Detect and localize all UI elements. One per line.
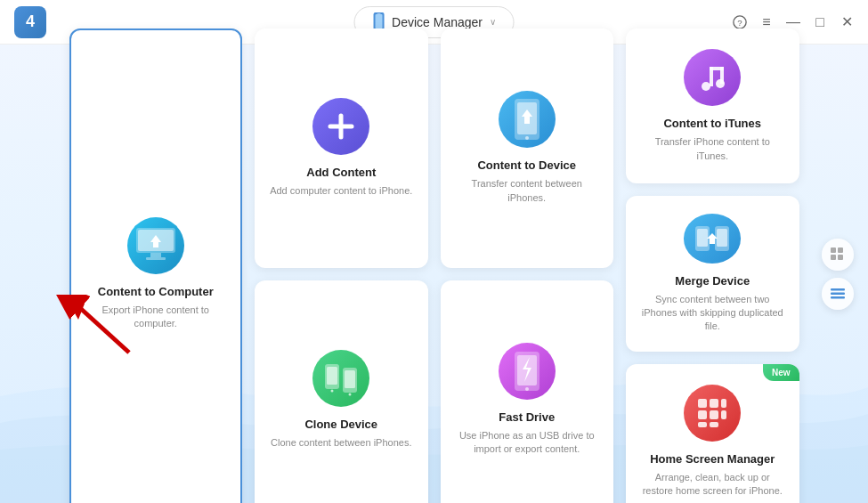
clone-icon [312, 350, 369, 407]
svg-point-30 [702, 82, 710, 91]
svg-point-25 [349, 393, 352, 395]
new-badge: New [763, 364, 799, 381]
card-title: Content to iTunes [663, 117, 761, 130]
svg-rect-3 [377, 13, 380, 14]
card-title: Add Content [306, 166, 376, 179]
card-clone-device[interactable]: Clone DeviceClone content between iPhone… [255, 280, 428, 504]
col4-container: Content to iTunesTransfer iPhone content… [626, 28, 799, 503]
svg-rect-53 [831, 292, 845, 295]
svg-rect-48 [831, 247, 836, 253]
card-title: Home Screen Manager [650, 452, 775, 466]
card-title: Merge Device [675, 274, 750, 288]
menu-button[interactable]: ≡ [759, 15, 774, 29]
computer-icon [127, 217, 184, 274]
card-desc: Use iPhone as an USB drive to import or … [455, 429, 600, 457]
svg-point-19 [525, 136, 529, 140]
card-desc: Arrange, clean, back up or restore home … [640, 471, 785, 499]
grid-view-button[interactable] [822, 239, 854, 271]
help-button[interactable]: ? [733, 15, 747, 29]
minimize-button[interactable]: — [786, 15, 800, 29]
svg-rect-50 [831, 255, 836, 260]
svg-rect-44 [710, 410, 718, 419]
card-home-screen-manager[interactable]: New Home Screen ManagerArrange, clean, b… [626, 364, 799, 503]
card-desc: Transfer iPhone content to iTunes. [640, 135, 785, 163]
svg-rect-11 [150, 253, 161, 257]
svg-rect-54 [831, 296, 845, 299]
fast-icon [499, 343, 556, 400]
card-desc: Clone content between iPhones. [271, 436, 411, 450]
svg-rect-38 [717, 229, 727, 247]
svg-rect-23 [345, 370, 355, 388]
close-button[interactable]: ✕ [840, 15, 854, 29]
card-content-to-itunes[interactable]: Content to iTunesTransfer iPhone content… [626, 28, 799, 183]
svg-rect-27 [517, 355, 537, 385]
svg-rect-1 [375, 14, 382, 28]
svg-rect-41 [710, 399, 718, 408]
sidebar-right [822, 239, 854, 310]
app-logo: 4 [14, 6, 46, 38]
svg-text:?: ? [737, 17, 742, 27]
svg-rect-43 [698, 410, 707, 419]
titlebar-controls: ? ≡ — □ ✕ [733, 15, 854, 29]
card-add-content[interactable]: Add ContentAdd computer content to iPhon… [255, 28, 428, 268]
svg-rect-36 [697, 229, 708, 247]
add-icon [312, 98, 369, 155]
help-icon: ? [733, 14, 747, 30]
card-title: Clone Device [304, 418, 377, 431]
card-desc: Add computer content to iPhone. [270, 184, 412, 198]
home-icon [684, 385, 741, 442]
itunes-icon [684, 49, 741, 106]
svg-line-7 [80, 308, 129, 353]
svg-point-29 [525, 387, 529, 391]
arrow-pointer [53, 295, 134, 361]
svg-rect-42 [721, 399, 726, 408]
transfer-icon [499, 91, 556, 148]
card-fast-drive[interactable]: Fast DriveUse iPhone as an USB drive to … [441, 280, 614, 504]
maximize-button[interactable]: □ [813, 15, 827, 29]
feature-cards-grid: Content to ComputerExport iPhone content… [69, 28, 799, 503]
svg-rect-12 [146, 257, 166, 260]
svg-rect-49 [838, 247, 843, 253]
svg-point-24 [331, 389, 334, 392]
svg-rect-47 [710, 422, 718, 427]
svg-rect-52 [831, 288, 845, 291]
card-content-to-device[interactable]: Content to DeviceTransfer content betwee… [441, 28, 614, 268]
merge-icon [684, 214, 741, 263]
card-title: Content to Device [477, 158, 576, 172]
red-arrow-icon [53, 295, 134, 357]
card-desc: Sync content between two iPhones with sk… [640, 293, 785, 334]
list-icon [830, 286, 846, 302]
svg-marker-8 [67, 299, 85, 320]
card-desc: Transfer content between iPhones. [455, 177, 600, 205]
card-merge-device[interactable]: Merge DeviceSync content between two iPh… [626, 196, 799, 351]
svg-rect-34 [720, 67, 724, 84]
grid-icon [830, 247, 846, 263]
card-title: Fast Drive [499, 410, 555, 424]
svg-rect-51 [838, 255, 843, 260]
svg-rect-40 [698, 399, 707, 408]
svg-rect-45 [721, 410, 726, 419]
main-content: Content to ComputerExport iPhone content… [0, 45, 868, 503]
svg-rect-21 [327, 367, 337, 385]
list-view-button[interactable] [822, 278, 854, 310]
svg-rect-46 [698, 422, 707, 427]
card-content-to-computer[interactable]: Content to ComputerExport iPhone content… [69, 28, 243, 503]
